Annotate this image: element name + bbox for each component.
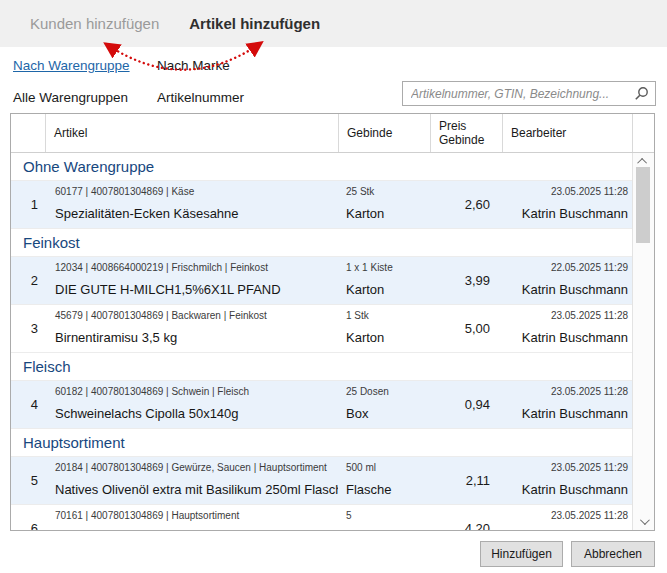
- article-row[interactable]: 520184 | 4007801304869 | Gewürze, Saucen…: [11, 457, 632, 505]
- gebinde-meta: 1 x 1 Kiste: [346, 262, 430, 273]
- gebinde-name: Box: [346, 406, 430, 421]
- preis-value: 3,99: [465, 273, 490, 288]
- gebinde-cell: 500 mlFlasche: [338, 457, 430, 504]
- article-meta: 45679 | 4007801304869 | Backwaren | Fein…: [55, 310, 338, 321]
- gebinde-name: Karton: [346, 206, 430, 221]
- row-number: 1: [11, 181, 45, 228]
- gebinde-meta: 25 Dosen: [346, 386, 430, 397]
- bearbeiter-cell: 23.05.2025 11:28Katrin Buschmann: [502, 305, 632, 352]
- link-nach-warengruppe[interactable]: Nach Warengruppe: [13, 58, 157, 73]
- gebinde-name: Flasche: [346, 482, 430, 497]
- preis-cell: 2,60: [430, 181, 502, 228]
- header-bearbeiter[interactable]: Bearbeiter: [502, 114, 632, 152]
- warengruppe-header[interactable]: Hauptsortiment: [11, 429, 632, 457]
- article-name: Schweinelachs Cipolla 50x140g: [55, 406, 338, 421]
- search-icon[interactable]: [634, 86, 649, 101]
- article-meta: 20184 | 4007801304869 | Gewürze, Saucen …: [55, 462, 338, 473]
- tab-kunden-hinzufuegen[interactable]: Kunden hinzufügen: [30, 15, 159, 32]
- edit-date: 22.05.2025 11:29: [551, 262, 628, 273]
- article-cell: 60182 | 4007801304869 | Schwein | Fleisc…: [45, 381, 338, 428]
- bearbeiter-cell: 23.05.2025 11:28Katrin Buschmann: [502, 181, 632, 228]
- header-artikel[interactable]: Artikel: [45, 114, 338, 152]
- article-meta: 70161 | 4007801304869 | Hauptsortiment: [55, 510, 338, 521]
- gebinde-name: Karton: [346, 330, 430, 345]
- gebinde-cell: 25 StkKarton: [338, 181, 430, 228]
- edit-date: 23.05.2025 11:29: [551, 462, 628, 473]
- gebinde-meta: 500 ml: [346, 462, 430, 473]
- row-number: 6: [11, 505, 45, 530]
- article-cell: 60177 | 4007801304869 | KäseSpezialitäte…: [45, 181, 338, 228]
- row-number: 2: [11, 257, 45, 304]
- header-rownum: [11, 114, 45, 152]
- search-box: [402, 81, 656, 106]
- preis-value: 0,94: [465, 397, 490, 412]
- header-preis-gebinde[interactable]: Preis Gebinde: [430, 114, 502, 152]
- edit-date: 23.05.2025 11:28: [551, 186, 628, 197]
- gebinde-cell: 1 StkKarton: [338, 305, 430, 352]
- article-cell: 45679 | 4007801304869 | Backwaren | Fein…: [45, 305, 338, 352]
- article-meta: 12034 | 4008664000219 | Frischmilch | Fe…: [55, 262, 338, 273]
- gebinde-meta: 5: [346, 510, 430, 521]
- article-cell: 12034 | 4008664000219 | Frischmilch | Fe…: [45, 257, 338, 304]
- dialog-tabbar: Kunden hinzufügen Artikel hinzufügen: [0, 0, 667, 47]
- warengruppe-header[interactable]: Fleisch: [11, 353, 632, 381]
- gebinde-cell: 25 DosenBox: [338, 381, 430, 428]
- preis-value: 4,20: [465, 521, 490, 530]
- dropdown-alle-warengruppen[interactable]: Alle Warengruppen: [13, 90, 157, 105]
- preis-value: 5,00: [465, 321, 490, 336]
- hinzufuegen-button[interactable]: Hinzufügen: [480, 541, 563, 567]
- warengruppe-header[interactable]: Feinkost: [11, 229, 632, 257]
- vertical-scrollbar[interactable]: [632, 153, 654, 530]
- article-meta: 60177 | 4007801304869 | Käse: [55, 186, 338, 197]
- article-cell: 70161 | 4007801304869 | HauptsortimentTo…: [45, 505, 338, 530]
- sort-artikelnummer[interactable]: Artikelnummer: [157, 90, 244, 105]
- editor-name: Katrin Buschmann: [522, 206, 628, 221]
- article-name: Natives Olivenöl extra mit Basilikum 250…: [55, 482, 338, 497]
- abbrechen-button[interactable]: Abbrechen: [571, 541, 655, 567]
- article-name: Spezialitäten-Ecken Käsesahne: [55, 206, 338, 221]
- gebinde-cell: 5Stk: [338, 505, 430, 530]
- gebinde-meta: 25 Stk: [346, 186, 430, 197]
- edit-date: 23.05.2025 11:28: [551, 510, 628, 521]
- article-cell: 20184 | 4007801304869 | Gewürze, Saucen …: [45, 457, 338, 504]
- article-rows: Ohne Warengruppe160177 | 4007801304869 |…: [11, 153, 632, 530]
- article-name: DIE GUTE H-MILCH1,5%6X1L PFAND: [55, 282, 338, 297]
- link-nach-marke[interactable]: Nach Marke: [157, 58, 230, 73]
- scrollbar-thumb[interactable]: [636, 167, 650, 243]
- preis-value: 2,11: [466, 473, 490, 488]
- preis-cell: 3,99: [430, 257, 502, 304]
- edit-date: 23.05.2025 11:28: [551, 386, 628, 397]
- tab-artikel-hinzufuegen[interactable]: Artikel hinzufügen: [189, 15, 320, 32]
- gebinde-name: Karton: [346, 282, 430, 297]
- editor-name: Katrin Buschmann: [522, 406, 628, 421]
- add-articles-dialog: Kunden hinzufügen Artikel hinzufügen Nac…: [0, 0, 667, 573]
- bearbeiter-cell: 23.05.2025 11:29Katrin Buschmann: [502, 457, 632, 504]
- warengruppe-header[interactable]: Ohne Warengruppe: [11, 153, 632, 181]
- row-number: 4: [11, 381, 45, 428]
- row-number: 5: [11, 457, 45, 504]
- preis-cell: 4,20: [430, 505, 502, 530]
- gebinde-meta: 1 Stk: [346, 310, 430, 321]
- filter-row: Alle Warengruppen Artikelnummer: [13, 90, 244, 105]
- bearbeiter-cell: 23.05.2025 11:28Katrin Buschmann: [502, 381, 632, 428]
- header-scroll-spacer: [632, 114, 654, 152]
- article-row[interactable]: 460182 | 4007801304869 | Schwein | Fleis…: [11, 381, 632, 429]
- article-row[interactable]: 212034 | 4008664000219 | Frischmilch | F…: [11, 257, 632, 305]
- article-list-header: Artikel Gebinde Preis Gebinde Bearbeiter: [11, 114, 654, 153]
- preis-cell: 2,11: [430, 457, 502, 504]
- bearbeiter-cell: 22.05.2025 11:29Katrin Buschmann: [502, 257, 632, 304]
- article-list: Artikel Gebinde Preis Gebinde Bearbeiter…: [10, 113, 655, 531]
- scroll-down-icon[interactable]: [633, 514, 654, 529]
- article-row[interactable]: 345679 | 4007801304869 | Backwaren | Fei…: [11, 305, 632, 353]
- article-meta: 60182 | 4007801304869 | Schwein | Fleisc…: [55, 386, 338, 397]
- edit-date: 23.05.2025 11:28: [551, 310, 628, 321]
- editor-name: Katrin Buschmann: [522, 282, 628, 297]
- editor-name: Katrin Buschmann: [522, 482, 628, 497]
- bearbeiter-cell: 23.05.2025 11:28Katrin Buschmann: [502, 505, 632, 530]
- preis-value: 2,60: [465, 197, 490, 212]
- article-row[interactable]: 670161 | 4007801304869 | HauptsortimentT…: [11, 505, 632, 530]
- search-input[interactable]: [402, 81, 656, 106]
- header-gebinde[interactable]: Gebinde: [338, 114, 430, 152]
- preis-cell: 5,00: [430, 305, 502, 352]
- article-row[interactable]: 160177 | 4007801304869 | KäseSpezialität…: [11, 181, 632, 229]
